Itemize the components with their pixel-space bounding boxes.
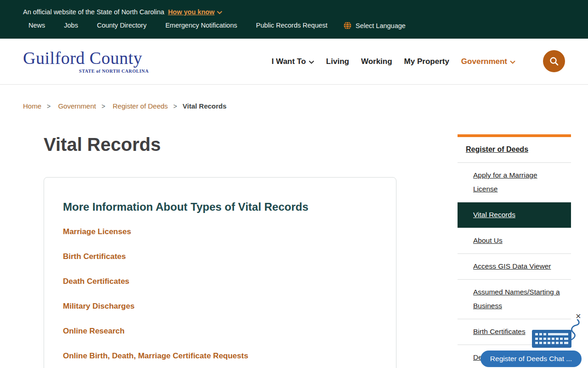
page-title: Vital Records bbox=[44, 134, 161, 155]
card-link[interactable]: Birth Certificates bbox=[63, 252, 396, 261]
card-link[interactable]: Death Certificates bbox=[63, 277, 396, 286]
breadcrumb-item: Home > bbox=[23, 102, 56, 110]
search-button[interactable] bbox=[543, 50, 565, 72]
card-link-list: Marriage LicensesBirth CertificatesDeath… bbox=[63, 227, 396, 361]
breadcrumb-link[interactable]: Register of Deeds bbox=[113, 102, 168, 110]
topbar-links: NewsJobsCounty DirectoryEmergency Notifi… bbox=[28, 22, 328, 29]
official-banner: An official website of the State of Nort… bbox=[23, 8, 222, 16]
sidebar-item[interactable]: Apply for a Marriage License bbox=[458, 163, 571, 202]
sidebar-item[interactable]: Assumed Names/Starting a Business bbox=[458, 280, 571, 319]
breadcrumb-link[interactable]: Government bbox=[58, 102, 96, 110]
close-icon: × bbox=[576, 311, 581, 321]
chevron-down-icon bbox=[510, 60, 515, 64]
language-label: Select Language bbox=[356, 22, 406, 29]
topbar-link[interactable]: News bbox=[28, 22, 45, 29]
keyboard-cord-graphic bbox=[569, 319, 582, 343]
nav-item[interactable]: Working bbox=[361, 57, 392, 66]
keyboard-icon bbox=[532, 330, 571, 350]
nav-item[interactable]: Living bbox=[326, 57, 349, 66]
how-you-know-label: How you know bbox=[168, 8, 215, 16]
breadcrumb-item: Register of Deeds > bbox=[113, 102, 182, 110]
card-link[interactable]: Marriage Licenses bbox=[63, 227, 396, 236]
sidebar-title-link[interactable]: Register of Deeds bbox=[466, 145, 528, 153]
breadcrumb-links: Home > Government > Register of Deeds > bbox=[23, 102, 183, 110]
sidebar-item-link[interactable]: Birth Certificates bbox=[473, 328, 526, 335]
topbar-link[interactable]: Public Records Request bbox=[256, 22, 328, 29]
breadcrumb-separator: > bbox=[47, 103, 51, 110]
sidebar-item-link[interactable]: About Us bbox=[473, 236, 503, 244]
sidebar-item-link[interactable]: Assumed Names/Starting a Business bbox=[473, 288, 560, 310]
sidebar-item[interactable]: About Us bbox=[458, 228, 571, 254]
chevron-down-icon bbox=[309, 60, 314, 64]
logo-subtitle: STATE of NORTH CAROLINA bbox=[79, 69, 149, 74]
government-topbar: An official website of the State of Nort… bbox=[0, 0, 588, 39]
card-heading: More Information About Types of Vital Re… bbox=[63, 201, 396, 213]
nav-item-label: Government bbox=[461, 57, 507, 66]
chat-launch-button[interactable]: Register of Deeds Chat ... bbox=[481, 351, 582, 367]
card-link[interactable]: Military Discharges bbox=[63, 302, 396, 311]
topbar-link[interactable]: Jobs bbox=[64, 22, 78, 29]
official-text: An official website of the State of Nort… bbox=[23, 8, 164, 16]
card-link[interactable]: Online Research bbox=[63, 327, 396, 336]
card-link[interactable]: Online Birth, Death, Marriage Certificat… bbox=[63, 351, 396, 361]
nav-item[interactable]: I Want To bbox=[271, 57, 314, 66]
main-navigation: I Want To Living Working My Property bbox=[271, 39, 515, 84]
breadcrumb-current: Vital Records bbox=[183, 102, 227, 110]
breadcrumb: Home > Government > Register of Deeds > … bbox=[23, 102, 226, 110]
search-icon bbox=[549, 56, 559, 66]
county-logo[interactable]: Guilford County STATE of NORTH CAROLINA bbox=[23, 49, 142, 67]
topbar-link[interactable]: Emergency Notifications bbox=[165, 22, 237, 29]
nav-item-label: Living bbox=[326, 57, 349, 66]
page: An official website of the State of Nort… bbox=[0, 0, 588, 368]
site-header: Guilford County STATE of NORTH CAROLINA … bbox=[0, 39, 588, 85]
logo-title: Guilford County bbox=[23, 49, 142, 67]
breadcrumb-link[interactable]: Home bbox=[23, 102, 41, 110]
info-card: More Information About Types of Vital Re… bbox=[44, 177, 396, 368]
nav-item-label: I Want To bbox=[271, 57, 306, 66]
topbar-link[interactable]: County Directory bbox=[97, 22, 147, 29]
sidebar-item-link[interactable]: Vital Records bbox=[473, 211, 515, 218]
nav-item-label: My Property bbox=[404, 57, 449, 66]
breadcrumb-separator: > bbox=[173, 103, 177, 110]
language-selector[interactable]: Select Language bbox=[344, 22, 406, 29]
globe-icon bbox=[344, 22, 351, 29]
chevron-down-icon bbox=[217, 11, 222, 14]
chat-launch-label: Register of Deeds Chat ... bbox=[490, 355, 572, 363]
sidebar-item[interactable]: Access GIS Data Viewer bbox=[458, 254, 571, 280]
chat-close-button[interactable]: × bbox=[573, 311, 584, 321]
nav-item-label: Working bbox=[361, 57, 392, 66]
breadcrumb-item: Government > bbox=[58, 102, 111, 110]
sidebar-title-row: Register of Deeds bbox=[458, 137, 571, 163]
breadcrumb-separator: > bbox=[102, 103, 105, 110]
how-you-know-link[interactable]: How you know bbox=[168, 8, 223, 16]
sidebar-item[interactable]: Vital Records bbox=[458, 202, 571, 228]
sidebar-item-link[interactable]: Apply for a Marriage License bbox=[473, 171, 537, 193]
nav-item[interactable]: Government bbox=[461, 57, 515, 66]
sidebar-item-link[interactable]: Access GIS Data Viewer bbox=[473, 262, 551, 270]
nav-item[interactable]: My Property bbox=[404, 57, 449, 66]
